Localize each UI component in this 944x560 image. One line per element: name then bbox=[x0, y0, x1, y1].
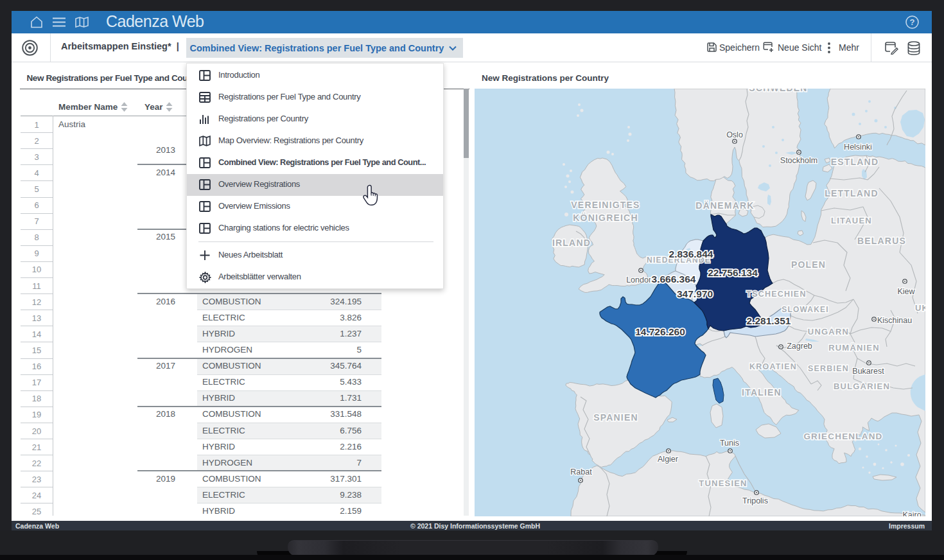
svg-text:TSCHECHIEN: TSCHECHIEN bbox=[746, 290, 806, 299]
svg-text:RUMÄNIEN: RUMÄNIEN bbox=[828, 343, 880, 353]
svg-text:London: London bbox=[626, 276, 653, 284]
svg-text:347.970: 347.970 bbox=[677, 288, 713, 299]
svg-text:POLEN: POLEN bbox=[791, 259, 826, 270]
svg-text:Bukarest: Bukarest bbox=[852, 367, 884, 376]
svg-text:Tunis: Tunis bbox=[720, 439, 739, 448]
svg-text:2.281.351: 2.281.351 bbox=[747, 315, 791, 326]
svg-text:GRIECHENLAND: GRIECHENLAND bbox=[803, 432, 882, 441]
svg-text:IRLAND: IRLAND bbox=[552, 238, 591, 248]
svg-text:UKRAINE: UKRAINE bbox=[915, 303, 925, 313]
svg-text:Oslo: Oslo bbox=[726, 130, 743, 139]
svg-text:SPANIEN: SPANIEN bbox=[593, 412, 638, 423]
svg-text:BELARUS: BELARUS bbox=[857, 236, 906, 246]
svg-text:Stockholm: Stockholm bbox=[780, 156, 817, 165]
svg-text:Algier: Algier bbox=[658, 455, 678, 464]
svg-text:VEREINIGTES: VEREINIGTES bbox=[571, 200, 640, 210]
svg-text:DÄNEMARK: DÄNEMARK bbox=[695, 200, 754, 211]
svg-text:TUNESIEN: TUNESIEN bbox=[699, 478, 747, 488]
svg-text:2.836.844: 2.836.844 bbox=[669, 249, 713, 259]
svg-text:Kairo: Kairo bbox=[902, 511, 921, 516]
svg-text:Kischinau: Kischinau bbox=[877, 316, 912, 325]
svg-text:?: ? bbox=[910, 17, 915, 27]
svg-text:ITALIEN: ITALIEN bbox=[742, 387, 782, 398]
svg-text:LETTLAND: LETTLAND bbox=[825, 188, 878, 198]
svg-text:Zagreb: Zagreb bbox=[787, 342, 812, 351]
svg-text:Tripolis: Tripolis bbox=[742, 496, 768, 505]
svg-text:ESTLAND: ESTLAND bbox=[831, 157, 879, 167]
svg-text:14.726.260: 14.726.260 bbox=[635, 326, 685, 337]
svg-text:SERBIEN: SERBIEN bbox=[808, 364, 849, 373]
svg-text:22.756.134: 22.756.134 bbox=[708, 267, 758, 278]
svg-text:Helsinki: Helsinki bbox=[844, 143, 872, 152]
svg-text:KÖNIGREICH: KÖNIGREICH bbox=[573, 213, 638, 223]
svg-text:Kiew: Kiew bbox=[897, 287, 915, 296]
svg-text:KROATIEN: KROATIEN bbox=[749, 362, 797, 371]
svg-text:Rabat: Rabat bbox=[570, 468, 592, 477]
svg-text:UNGARN: UNGARN bbox=[808, 327, 849, 337]
svg-text:SLOWAKEI: SLOWAKEI bbox=[782, 305, 829, 314]
svg-text:BULGARIEN: BULGARIEN bbox=[834, 381, 890, 391]
svg-text:3.666.364: 3.666.364 bbox=[652, 274, 696, 284]
svg-text:SCHWEDEN: SCHWEDEN bbox=[749, 89, 807, 93]
svg-text:LITAUEN: LITAUEN bbox=[831, 216, 872, 225]
